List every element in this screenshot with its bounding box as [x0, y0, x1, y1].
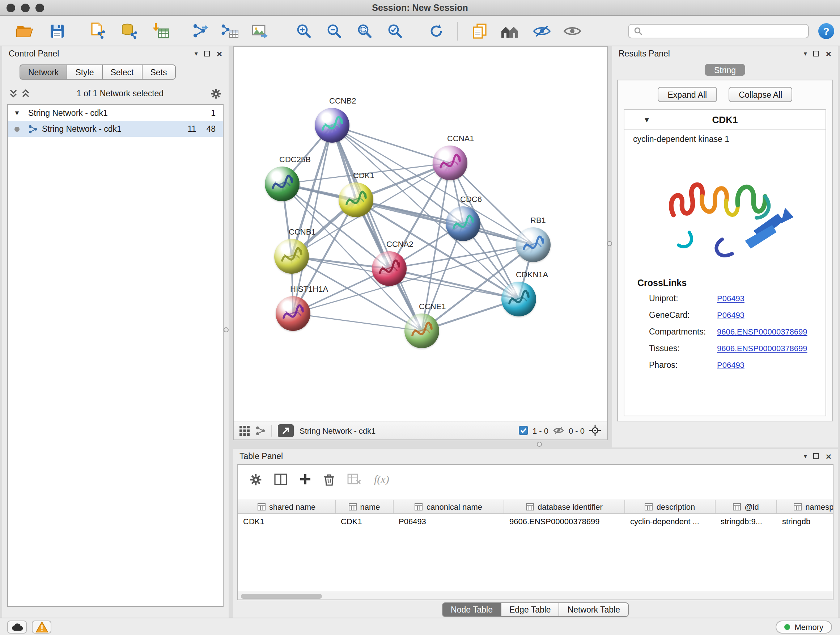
network-node-CCNB1[interactable]: [274, 239, 309, 274]
search-input[interactable]: [645, 27, 803, 35]
add-column-icon[interactable]: [300, 473, 311, 485]
splitter-handle[interactable]: [607, 241, 612, 246]
toggle-structure-images-button[interactable]: [531, 21, 553, 41]
function-builder-icon[interactable]: f(x): [374, 473, 389, 486]
column-header-canonical-name[interactable]: canonical name: [393, 500, 504, 513]
column-header-description[interactable]: description: [625, 500, 715, 513]
column-header-namespace[interactable]: namespace: [777, 500, 833, 513]
column-header-database-identifier[interactable]: database identifier: [504, 500, 625, 513]
table-cell-6[interactable]: stringdb: [777, 515, 833, 528]
table-cell-5[interactable]: stringdb:9...: [715, 515, 777, 528]
expand-all-button[interactable]: Expand All: [658, 87, 717, 102]
splitter-handle[interactable]: [537, 442, 542, 447]
crosslink-value-link[interactable]: P06493: [717, 360, 745, 369]
fit-content-crosshair-icon[interactable]: [589, 424, 601, 437]
tab-node-table[interactable]: Node Table: [442, 602, 501, 617]
network-node-CDC6[interactable]: [446, 206, 480, 241]
grid-view-icon[interactable]: [240, 425, 249, 435]
network-edge-CCNB2-CCNE1[interactable]: [332, 125, 422, 331]
collapse-all-button[interactable]: Collapse All: [729, 87, 792, 102]
zoom-in-button[interactable]: [293, 21, 315, 41]
table-cell-1[interactable]: CDK1: [336, 515, 393, 528]
panel-close-icon[interactable]: ×: [826, 451, 831, 461]
network-row[interactable]: String Network - cdk1 11 48: [8, 121, 223, 137]
warnings-button[interactable]: [32, 621, 51, 633]
network-edge-HIST1H1A-CCNE1[interactable]: [293, 314, 422, 331]
zoom-fit-button[interactable]: [354, 21, 376, 41]
memory-button[interactable]: Memory: [776, 621, 832, 633]
network-node-CCNE1[interactable]: [404, 314, 439, 348]
tab-sets[interactable]: Sets: [142, 65, 175, 80]
tab-select[interactable]: Select: [103, 65, 142, 80]
splitter-handle[interactable]: [224, 327, 229, 333]
tab-network[interactable]: Network: [19, 65, 67, 80]
collection-caret-icon[interactable]: ▼: [14, 109, 24, 117]
network-node-HIST1H1A[interactable]: [276, 296, 310, 331]
column-header-name[interactable]: name: [336, 500, 393, 513]
crosslink-value-link[interactable]: P06493: [717, 294, 745, 302]
panel-float-icon[interactable]: [204, 51, 210, 57]
open-in-new-window-button[interactable]: [278, 424, 294, 437]
network-canvas[interactable]: CCNB2CCNA1CDC25BCDK1CDC6RB1CCNB1CCNA2CDK…: [234, 47, 607, 421]
table-cell-3[interactable]: 9606.ENSP00000378699: [504, 515, 625, 528]
column-header-label: name: [360, 502, 380, 511]
panel-menu-icon[interactable]: ▾: [195, 50, 198, 57]
help-button[interactable]: ?: [818, 23, 834, 39]
delete-column-icon[interactable]: [324, 473, 335, 486]
gene-collapse-caret-icon[interactable]: ▼: [643, 116, 651, 124]
open-session-button[interactable]: [14, 21, 36, 41]
network-node-CDK1[interactable]: [339, 182, 373, 217]
hidden-eye-slash-icon[interactable]: [553, 426, 564, 435]
node-table-row[interactable]: CDK1CDK1P064939606.ENSP00000378699cyclin…: [238, 515, 833, 528]
panel-close-icon[interactable]: ×: [826, 49, 831, 58]
selected-checkbox-icon[interactable]: [519, 426, 528, 435]
network-node-CDC25B[interactable]: [265, 166, 300, 201]
apply-layout-button[interactable]: [425, 21, 447, 41]
tab-network-table[interactable]: Network Table: [560, 602, 629, 617]
import-network-from-database-button[interactable]: [118, 21, 140, 41]
table-cell-2[interactable]: P06493: [393, 515, 504, 528]
zoom-out-button[interactable]: [324, 21, 345, 41]
crosslink-value-link[interactable]: 9606.ENSP00000378699: [717, 327, 807, 336]
network-node-RB1[interactable]: [516, 227, 551, 262]
panel-float-icon[interactable]: [813, 453, 819, 459]
scrollbar-thumb[interactable]: [241, 593, 322, 599]
panel-float-icon[interactable]: [813, 51, 819, 57]
zoom-selected-button[interactable]: [384, 21, 406, 41]
new-network-from-selection-button[interactable]: [189, 21, 211, 41]
crosslink-value-link[interactable]: 9606.ENSP00000378699: [717, 344, 807, 352]
gene-card-header[interactable]: ▼ CDK1: [624, 110, 826, 130]
new-network-table-button[interactable]: [218, 21, 240, 41]
network-node-CDKN1A[interactable]: [501, 282, 536, 317]
show-columns-icon[interactable]: [274, 473, 287, 485]
table-cell-0[interactable]: CDK1: [238, 515, 336, 528]
network-node-CCNA2[interactable]: [372, 251, 407, 286]
panel-menu-icon[interactable]: ▾: [804, 50, 807, 57]
save-session-button[interactable]: [46, 21, 68, 41]
string-tab-badge[interactable]: String: [705, 64, 745, 76]
network-node-CCNA1[interactable]: [433, 146, 467, 180]
table-settings-gear-icon[interactable]: [249, 473, 262, 486]
table-cell-4[interactable]: cyclin-dependent ...: [625, 515, 715, 528]
network-node-CCNB2[interactable]: [315, 108, 349, 143]
network-options-gear-icon[interactable]: [210, 88, 221, 99]
export-image-button[interactable]: [249, 21, 271, 41]
column-header--id[interactable]: @id: [715, 500, 777, 513]
tab-style[interactable]: Style: [67, 65, 103, 80]
birds-eye-icon[interactable]: [256, 425, 265, 435]
network-edge-CDK1-RB1[interactable]: [356, 200, 533, 245]
panel-close-icon[interactable]: ×: [217, 49, 222, 58]
crosslink-value-link[interactable]: P06493: [717, 310, 745, 319]
tab-edge-table[interactable]: Edge Table: [501, 602, 560, 617]
network-collection-row[interactable]: ▼ String Network - cdk1 1: [8, 105, 223, 121]
show-graphics-details-button[interactable]: [561, 21, 583, 41]
string-home-button[interactable]: [499, 21, 521, 41]
expand-all-networks-icon[interactable]: [22, 89, 30, 98]
collapse-all-networks-icon[interactable]: [9, 89, 17, 98]
import-network-from-file-button[interactable]: [87, 21, 109, 41]
clone-network-button[interactable]: [469, 21, 491, 41]
cloud-status-button[interactable]: [7, 621, 27, 633]
import-table-button[interactable]: [150, 21, 172, 41]
panel-menu-icon[interactable]: ▾: [804, 453, 807, 460]
column-header-shared-name[interactable]: shared name: [238, 500, 336, 513]
